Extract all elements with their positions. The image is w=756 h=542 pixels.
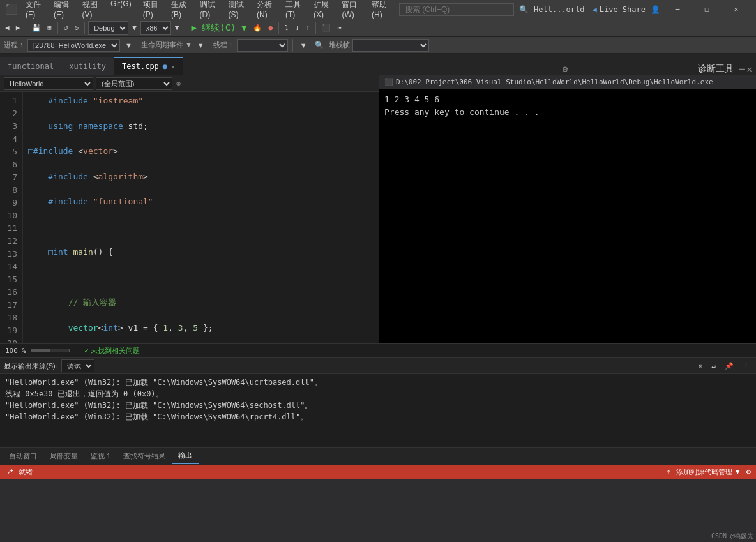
zoom-sep — [77, 344, 77, 357]
breakpoint-btn[interactable]: ⬛ — [319, 22, 333, 33]
tb-sep-1 — [26, 22, 26, 34]
search-stack[interactable]: 🔍 — [312, 40, 326, 50]
minimize-button[interactable]: ─ — [663, 0, 692, 19]
menu-build[interactable]: 生成(B) — [166, 0, 193, 22]
btab-watch1[interactable]: 监视 1 — [84, 449, 117, 463]
platform-select[interactable]: x86 — [140, 21, 171, 35]
menu-help[interactable]: 帮助(H) — [367, 0, 394, 22]
dbg-sep-1 — [292, 39, 293, 52]
menu-extensions[interactable]: 扩展(X) — [308, 0, 335, 22]
process-dropdown[interactable]: ▼ — [123, 40, 135, 50]
zoom-level[interactable]: 100 % — [5, 347, 26, 355]
vs-icon: ⬛ — [5, 3, 18, 15]
live-share-icon: ◀ — [593, 5, 597, 14]
search-input[interactable] — [399, 3, 514, 16]
no-issues-status: ✓ 未找到相关问题 — [84, 346, 140, 356]
step-into-button[interactable]: ↓ — [292, 22, 302, 33]
menu-file[interactable]: 文件(F) — [20, 0, 47, 22]
output-content: "HelloWorld.exe" (Win32): 已加载 "C:\Window… — [0, 374, 756, 447]
tab-close-button[interactable]: ✕ — [171, 63, 175, 70]
step-over-button[interactable]: ⤵ — [282, 22, 291, 33]
tb-sep-2 — [57, 22, 58, 34]
menu-edit[interactable]: 编辑(E) — [49, 0, 75, 22]
console-path: D:\002_Project\006_Visual_Studio\HelloWo… — [396, 78, 713, 86]
btab-autownd[interactable]: 自动窗口 — [3, 449, 43, 463]
step-out-button[interactable]: ↑ — [303, 22, 313, 33]
output-line-4: "HelloWorld.exe" (Win32): 已加载 "C:\Window… — [5, 411, 751, 423]
live-share-btn[interactable]: ◀ Live Share — [593, 5, 646, 14]
more-output-button[interactable]: ⋮ — [740, 361, 752, 372]
menu-window[interactable]: 窗口(W) — [336, 0, 365, 22]
diag-pin-icon[interactable]: ─ — [739, 64, 744, 74]
line-numbers: 1234 5678 9101112 13141516 17181920 21 2… — [0, 92, 23, 343]
tb-sep-6 — [315, 22, 316, 34]
console-body: 1 2 3 4 5 6 Press any key to continue . … — [379, 89, 756, 343]
zoom-slider[interactable] — [31, 349, 70, 352]
maximize-button[interactable]: □ — [692, 0, 722, 19]
menu-git[interactable]: Git(G) — [105, 0, 137, 22]
tab-functional[interactable]: functional — [0, 57, 61, 75]
btab-find-symbols[interactable]: 查找符号结果 — [117, 449, 172, 463]
git-icon: ⎇ — [5, 468, 13, 476]
diag-gear-icon[interactable]: ⚙ — [563, 64, 568, 74]
undo-button[interactable]: ↺ — [61, 22, 71, 33]
more-buttons[interactable]: ⋯ — [335, 22, 344, 33]
back-button[interactable]: ◀ — [3, 22, 12, 33]
scope-select[interactable]: (全局范围) — [96, 77, 172, 90]
main-area: HelloWorld (全局范围) ⊕ 1234 5678 9101112 13… — [0, 75, 756, 343]
pin-output-button[interactable]: 📌 — [722, 361, 736, 372]
stack-select[interactable] — [352, 39, 429, 52]
menu-analyze[interactable]: 分析(N) — [252, 0, 279, 22]
btab-locals[interactable]: 局部变量 — [43, 449, 84, 463]
wrap-output-button[interactable]: ↵ — [709, 361, 718, 372]
editor-panel: HelloWorld (全局范围) ⊕ 1234 5678 9101112 13… — [0, 75, 379, 343]
clear-output-button[interactable]: ⊠ — [696, 361, 706, 372]
save-button[interactable]: 💾 — [29, 22, 43, 33]
search-icon: 🔍 — [519, 5, 529, 14]
btab-output[interactable]: 输出 — [172, 448, 199, 464]
tab-xutility[interactable]: xutility — [61, 57, 114, 75]
debug-bar: 进程： [23788] HelloWorld.exe ▼ 生命周期事件 ▼ ▼ … — [0, 37, 756, 54]
output-line-1: "HelloWorld.exe" (Win32): 已加载 "C:\Window… — [5, 377, 751, 388]
debug-config-select[interactable]: Debug — [88, 21, 128, 35]
console-output-line1: 1 2 3 4 5 6 — [384, 94, 439, 104]
tab-testcpp[interactable]: Test.cpp ● ✕ — [114, 57, 183, 75]
process-label: 进程： — [4, 40, 25, 50]
event-dropdown[interactable]: ▼ — [195, 40, 207, 50]
redo-button[interactable]: ↻ — [72, 22, 82, 33]
class-select[interactable]: HelloWorld — [4, 77, 93, 90]
filter-button[interactable]: ▼ — [298, 40, 310, 50]
add-member-icon[interactable]: ⊕ — [176, 79, 181, 88]
process-select[interactable]: [23788] HelloWorld.exe — [27, 39, 120, 52]
fire-button[interactable]: 🔥 — [250, 22, 264, 33]
menu-project[interactable]: 项目(P) — [138, 0, 165, 22]
status-bar: ⎇ 就绪 ↑ 添加到源代码管理 ▼ ⚙ — [0, 465, 756, 479]
tb-sep-3 — [84, 22, 85, 34]
menu-test[interactable]: 测试(S) — [223, 0, 250, 22]
tb-sep-4 — [185, 22, 185, 34]
debug-config-dropdown[interactable]: ▼ — [130, 22, 139, 33]
menu-view[interactable]: 视图(V) — [77, 0, 104, 22]
output-line-2: 线程 0x5e30 已退出，返回值为 0 (0x0)。 — [5, 388, 751, 400]
code-area[interactable]: 1234 5678 9101112 13141516 17181920 21 2… — [0, 92, 379, 343]
forward-button[interactable]: ▶ — [13, 22, 23, 33]
code-content[interactable]: #include "iostream" using namespace std;… — [23, 92, 379, 343]
continue-button[interactable]: ▶ 继续(C) ▼ — [188, 21, 249, 35]
diag-close-icon[interactable]: ✕ — [747, 64, 752, 74]
live-share-label: Live Share — [600, 5, 646, 14]
thread-select[interactable] — [237, 39, 288, 52]
menu-tools[interactable]: 工具(T) — [280, 0, 307, 22]
save-all-button[interactable]: ⊞ — [45, 22, 54, 33]
toolbar: ◀ ▶ 💾 ⊞ ↺ ↻ Debug ▼ x86 ▼ ▶ 继续(C) ▼ 🔥 ● … — [0, 19, 756, 37]
output-source-select[interactable]: 调试 — [61, 359, 94, 372]
add-source-control[interactable]: 添加到源代码管理 ▼ — [676, 467, 741, 477]
output-source-bar: 显示输出来源(S): 调试 ⊠ ↵ 📌 ⋮ — [0, 358, 756, 374]
ready-label: 就绪 — [19, 467, 33, 477]
console-panel: ⬛ D:\002_Project\006_Visual_Studio\Hello… — [379, 75, 756, 343]
tab-functional-label: functional — [8, 62, 54, 71]
menu-debug[interactable]: 调试(D) — [195, 0, 222, 22]
user-icon: 👤 — [651, 5, 660, 14]
record-button[interactable]: ● — [266, 22, 275, 33]
close-button[interactable]: ✕ — [722, 0, 751, 19]
platform-dropdown[interactable]: ▼ — [172, 22, 182, 33]
